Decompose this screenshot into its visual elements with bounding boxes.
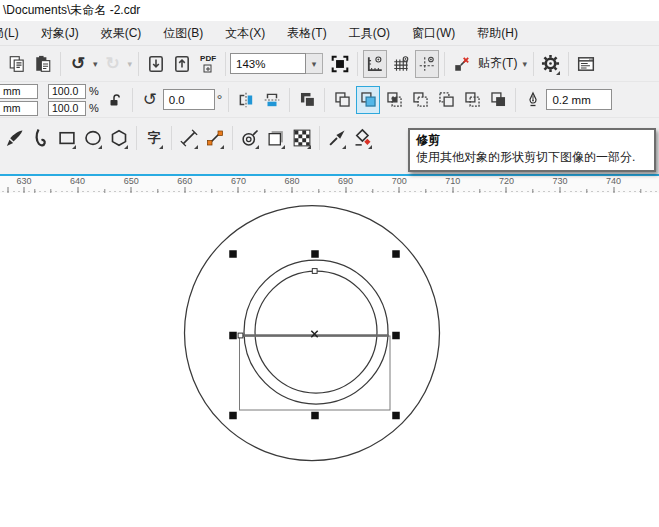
menu-item-text[interactable]: 文本(X) — [214, 21, 276, 46]
selection-handle[interactable] — [311, 250, 319, 258]
gear-icon — [541, 54, 560, 73]
snap-off-button[interactable] — [450, 50, 474, 78]
selection-handle[interactable] — [229, 332, 237, 340]
horizontal-ruler[interactable]: 630640650660670680690700710720730740 — [0, 176, 659, 193]
rulers-toggle-button[interactable] — [363, 50, 387, 78]
selection-handle[interactable] — [392, 412, 400, 420]
remove-front-button[interactable] — [460, 86, 484, 114]
undo-dropdown-caret[interactable]: ▾ — [91, 59, 100, 69]
menu-item-object[interactable]: 对象(J) — [30, 21, 90, 46]
trim-button[interactable] — [356, 86, 380, 114]
menu-item-table[interactable]: 表格(T) — [276, 21, 337, 46]
outline-width-field[interactable]: 0.2 mm — [546, 89, 612, 110]
options-button[interactable] — [539, 50, 563, 78]
paste-button[interactable] — [31, 50, 55, 78]
transparency-checker-icon — [292, 128, 312, 148]
zoom-level-field[interactable]: 143% — [230, 53, 306, 74]
redo-icon: ↻ — [105, 55, 119, 72]
import-button[interactable] — [144, 50, 168, 78]
menu-bar: 布局(L)对象(J)效果(C)位图(B)文本(X)表格(T)工具(O)窗口(W)… — [0, 21, 659, 46]
ruler-number: 720 — [499, 176, 514, 186]
eyedropper-tool[interactable] — [325, 124, 349, 152]
rotation-angle-field[interactable]: 0.0 — [163, 89, 215, 110]
dimension-line-icon — [179, 128, 199, 148]
menu-item-effects[interactable]: 效果(C) — [90, 21, 153, 46]
outline-pen-button[interactable] — [521, 86, 545, 114]
trim-icon — [359, 90, 378, 109]
copy-icon — [8, 55, 26, 73]
text-tool[interactable]: 字 — [142, 124, 166, 152]
intersect-button[interactable] — [382, 86, 406, 114]
brush-tool[interactable] — [3, 124, 27, 152]
document-title: \Documents\未命名 -2.cdr — [0, 2, 140, 19]
menu-item-bitmaps[interactable]: 位图(B) — [152, 21, 214, 46]
selection-handle[interactable] — [229, 250, 237, 258]
pen-nib-icon — [525, 91, 541, 109]
outer-circle[interactable] — [185, 206, 440, 461]
ellipse-tool[interactable] — [81, 124, 105, 152]
object-height-field[interactable]: mm — [0, 101, 38, 116]
rectangle-tool[interactable] — [55, 124, 79, 152]
snap-to-label[interactable]: 贴齐(T) — [475, 55, 520, 72]
object-width-field[interactable]: mm — [0, 84, 38, 99]
zoom-dropdown-button[interactable]: ▾ — [306, 53, 323, 74]
redo-button[interactable]: ↻ — [101, 50, 125, 78]
interactive-fill-tool[interactable] — [351, 124, 375, 152]
guidelines-toggle-button[interactable] — [415, 50, 439, 78]
ruler-number: 670 — [231, 176, 246, 186]
mirror-vertical-button[interactable] — [260, 86, 284, 114]
weld-button[interactable] — [330, 86, 354, 114]
scale-v-field[interactable]: 100.0 — [48, 101, 86, 116]
menu-item-help[interactable]: 帮助(H) — [466, 21, 529, 46]
drawing-canvas[interactable] — [0, 193, 659, 527]
shadow-tool[interactable] — [264, 124, 288, 152]
simplify-button[interactable] — [408, 86, 432, 114]
polygon-icon — [109, 128, 129, 148]
copy-button[interactable] — [5, 50, 29, 78]
ruler-number: 660 — [177, 176, 192, 186]
boundary-icon — [489, 90, 508, 109]
ellipse-icon — [83, 128, 103, 148]
snap-dropdown-caret[interactable]: ▾ — [520, 59, 529, 69]
connector-tool[interactable] — [203, 124, 227, 152]
selection-handle[interactable] — [311, 412, 319, 420]
selection-handle[interactable] — [229, 412, 237, 420]
mirror-horizontal-button[interactable] — [234, 86, 258, 114]
selection-rectangle[interactable] — [240, 336, 391, 410]
curve-node[interactable] — [312, 269, 317, 274]
full-screen-preview-button[interactable] — [328, 50, 352, 78]
polygon-tool[interactable] — [107, 124, 131, 152]
boundary-button[interactable] — [486, 86, 510, 114]
title-bar: \Documents\未命名 -2.cdr — [0, 0, 659, 21]
menu-item-layout[interactable]: 布局(L) — [0, 21, 30, 46]
lock-ratio-button[interactable] — [103, 86, 127, 114]
curve-node[interactable] — [238, 333, 243, 338]
pdf-label: PDF — [200, 55, 216, 63]
remove-back-button[interactable] — [434, 86, 458, 114]
ruler-number: 730 — [552, 176, 567, 186]
text-tool-icon: 字 — [148, 129, 161, 147]
grid-toggle-button[interactable] — [389, 50, 413, 78]
dimension-tool[interactable] — [177, 124, 201, 152]
trim-tooltip: 修剪 使用其他对象的形状剪切下图像的一部分. — [408, 128, 656, 172]
redo-dropdown-caret[interactable]: ▾ — [126, 59, 135, 69]
object-order-button[interactable] — [295, 86, 319, 114]
publish-pdf-button[interactable]: PDF — [196, 50, 220, 78]
selection-handle[interactable] — [392, 332, 400, 340]
launch-dialog-button[interactable] — [574, 50, 598, 78]
scale-h-percent: % — [89, 85, 99, 97]
canvas-artwork — [0, 193, 659, 527]
property-bar: mm mm 100.0 % 100.0 % ↺ 0.0 ° — [0, 82, 659, 118]
ruler-number: 700 — [392, 176, 407, 186]
standard-toolbar: ↺ ▾ ↻ ▾ PDF 143% ▾ — [0, 46, 659, 82]
undo-button[interactable]: ↺ — [66, 50, 90, 78]
selection-handle[interactable] — [392, 250, 400, 258]
contour-tool[interactable] — [238, 124, 262, 152]
menu-item-tools[interactable]: 工具(O) — [338, 21, 401, 46]
export-button[interactable] — [170, 50, 194, 78]
shape-tool[interactable] — [29, 124, 53, 152]
scale-h-field[interactable]: 100.0 — [48, 84, 86, 99]
shadow-icon — [266, 128, 286, 148]
transparency-tool[interactable] — [290, 124, 314, 152]
menu-item-window[interactable]: 窗口(W) — [401, 21, 466, 46]
